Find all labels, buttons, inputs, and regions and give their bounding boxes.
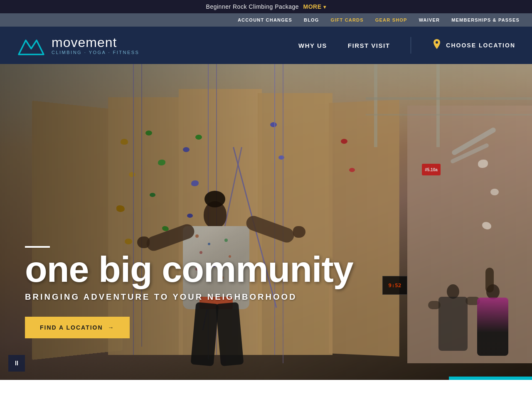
nav-why-us[interactable]: WHY US (298, 42, 327, 49)
hero-section: 9:52 #5.10a one big community BRINGING A… (0, 64, 532, 380)
pause-icon: ⏸ (13, 360, 20, 367)
choose-location-button[interactable]: CHOOSE LOCATION (432, 38, 515, 52)
find-location-arrow-icon: → (108, 324, 115, 331)
brand-logo-icon (17, 33, 46, 58)
nav-blog[interactable]: BLOG (304, 17, 319, 22)
svg-point-1 (436, 41, 438, 44)
arrow-down-icon: ▾ (323, 4, 326, 10)
nav-account-changes[interactable]: ACCOUNT CHANGES (238, 17, 292, 22)
logo-area[interactable]: movement CLIMBING · YOGA · FITNESS (17, 33, 139, 58)
hero-title: one big community (25, 253, 353, 286)
nav-memberships-passes[interactable]: MEMBERSHIPS & PASSES (451, 17, 520, 22)
brand-tagline: CLIMBING · YOGA · FITNESS (52, 50, 139, 55)
primary-nav-links: WHY US FIRST VISIT CHOOSE LOCATION (298, 37, 515, 54)
primary-nav: movement CLIMBING · YOGA · FITNESS WHY U… (0, 27, 532, 64)
announcement-text: Beginner Rock Climbing Package (206, 3, 299, 10)
logo-text-area: movement CLIMBING · YOGA · FITNESS (52, 36, 139, 55)
pause-video-button[interactable]: ⏸ (8, 355, 25, 372)
location-pin-icon (432, 38, 442, 52)
teal-accent-decoration (449, 377, 532, 380)
announcement-bar: Beginner Rock Climbing Package MORE ▾ (0, 0, 532, 13)
nav-gear-shop[interactable]: GEAR SHOP (375, 17, 407, 22)
hero-line-decoration (25, 246, 50, 248)
find-location-label: FIND A LOCATION (40, 324, 103, 331)
svg-marker-0 (19, 40, 44, 54)
nav-first-visit[interactable]: FIRST VISIT (348, 42, 390, 49)
more-link[interactable]: MORE ▾ (303, 3, 326, 10)
nav-gift-cards[interactable]: GIFT CARDS (331, 17, 364, 22)
hero-content: one big community BRINGING ADVENTURE TO … (25, 246, 353, 338)
nav-waiver[interactable]: WAIVER (419, 17, 440, 22)
secondary-nav: ACCOUNT CHANGES BLOG GIFT CARDS GEAR SHO… (0, 13, 532, 27)
nav-divider (411, 37, 411, 54)
brand-name: movement (52, 36, 139, 49)
find-location-button[interactable]: FIND A LOCATION → (25, 317, 130, 338)
choose-location-label: CHOOSE LOCATION (446, 42, 515, 49)
hero-subtitle: BRINGING ADVENTURE TO YOUR NEIGHBORHOOD (25, 292, 353, 302)
